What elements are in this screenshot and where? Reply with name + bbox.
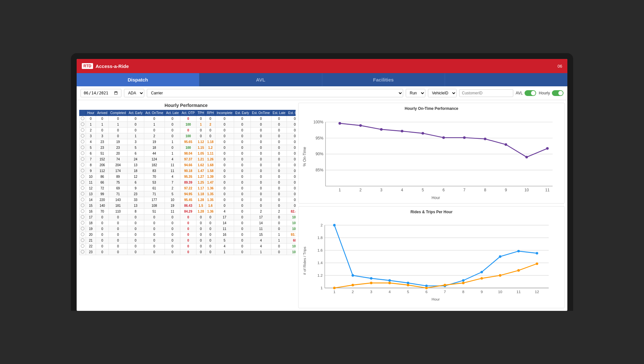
tab-extra[interactable] bbox=[445, 73, 567, 86]
table-cell: 1.21 bbox=[196, 157, 205, 162]
table-cell: 0 bbox=[196, 116, 205, 122]
table-cell: 0 bbox=[287, 116, 296, 122]
table-cell: 51 bbox=[96, 151, 109, 157]
row-radio[interactable] bbox=[80, 203, 86, 209]
row-radio[interactable] bbox=[80, 209, 86, 215]
table-cell: 0 bbox=[234, 203, 251, 209]
table-cell: 4 bbox=[165, 174, 180, 180]
table-cell: 18 bbox=[127, 168, 144, 174]
tab-dispatch[interactable]: Dispatch bbox=[77, 73, 199, 86]
svg-text:1: 1 bbox=[339, 188, 341, 192]
table-row: 22000000004040100 bbox=[80, 244, 296, 249]
table-cell: 4 bbox=[215, 209, 234, 215]
table-cell: 0 bbox=[271, 203, 287, 209]
table-cell: 95.35 bbox=[180, 174, 196, 180]
row-radio[interactable] bbox=[80, 226, 86, 232]
col-est-otp: Est. OTP bbox=[287, 110, 296, 116]
row-radio[interactable] bbox=[80, 232, 86, 238]
row-radio[interactable] bbox=[80, 162, 86, 168]
row-radio[interactable] bbox=[80, 151, 86, 157]
table-cell: 0 bbox=[234, 133, 251, 139]
row-radio[interactable] bbox=[80, 220, 86, 226]
row-radio[interactable] bbox=[80, 168, 86, 174]
table-cell: 69 bbox=[109, 186, 127, 191]
row-radio[interactable] bbox=[80, 244, 86, 249]
table-cell: 0 bbox=[96, 238, 109, 244]
table-cell: 0 bbox=[144, 238, 165, 244]
vehicle-select[interactable]: VehicleID bbox=[428, 89, 457, 97]
table-cell: 0 bbox=[234, 116, 251, 122]
row-radio[interactable] bbox=[80, 128, 86, 133]
row-radio[interactable] bbox=[80, 122, 86, 128]
avl-label: AVL bbox=[516, 91, 523, 95]
table-row: 3301201000000000 bbox=[80, 133, 296, 139]
table-cell: 0 bbox=[251, 128, 271, 133]
row-radio[interactable] bbox=[80, 116, 86, 122]
tab-facilities[interactable]: Facilities bbox=[322, 73, 445, 86]
table-cell: 1.05 bbox=[196, 151, 205, 157]
table-cell: 0 bbox=[180, 128, 196, 133]
row-radio[interactable] bbox=[80, 249, 86, 255]
svg-point-76 bbox=[352, 284, 354, 286]
table-cell: 0 bbox=[234, 122, 251, 128]
table-cell: 4 bbox=[251, 244, 271, 249]
table-cell: 0 bbox=[234, 162, 251, 168]
table-cell: 0 bbox=[287, 162, 296, 168]
svg-text:10: 10 bbox=[498, 289, 503, 293]
row-radio[interactable] bbox=[80, 133, 86, 139]
customer-input[interactable] bbox=[459, 89, 513, 97]
row-radio[interactable] bbox=[80, 157, 86, 162]
svg-text:3: 3 bbox=[380, 188, 383, 192]
app-logo: RTD Access-a-Ride bbox=[82, 63, 129, 69]
row-radio[interactable] bbox=[80, 139, 86, 145]
svg-point-29 bbox=[442, 136, 445, 139]
svg-text:8: 8 bbox=[462, 289, 465, 293]
row-radio[interactable] bbox=[80, 215, 86, 220]
row-radio[interactable] bbox=[80, 145, 86, 151]
table-cell: 71 bbox=[109, 191, 127, 197]
table-cell: 0 bbox=[271, 180, 287, 186]
row-radio[interactable] bbox=[80, 191, 86, 197]
row-radio[interactable] bbox=[80, 180, 86, 186]
table-cell: 3 bbox=[127, 139, 144, 145]
table-cell: 0 bbox=[127, 122, 144, 128]
table-cell: 0 bbox=[180, 244, 196, 249]
table-cell: 0 bbox=[165, 133, 180, 139]
table-cell: 1.27 bbox=[196, 174, 205, 180]
table-row: 1110101001200000 bbox=[80, 122, 296, 128]
table-cell: 0 bbox=[109, 116, 127, 122]
row-radio[interactable] bbox=[80, 197, 86, 203]
col-act-early: Act. Early bbox=[127, 110, 144, 116]
row-radio[interactable] bbox=[80, 174, 86, 180]
table-cell: 9 bbox=[127, 186, 144, 191]
svg-point-82 bbox=[462, 282, 465, 284]
table-cell: 0 bbox=[165, 122, 180, 128]
carrier-select[interactable]: Carrier bbox=[147, 89, 403, 97]
tab-avl[interactable]: AVL bbox=[199, 73, 322, 86]
table-cell: 83 bbox=[144, 168, 165, 174]
table-cell: 0 bbox=[287, 203, 296, 209]
hourly-toggle[interactable] bbox=[552, 90, 564, 96]
chart1-title: Hourly On-Time Performance bbox=[302, 106, 561, 111]
row-radio[interactable] bbox=[80, 186, 86, 191]
table-cell: 0 bbox=[234, 128, 251, 133]
table-cell: 181 bbox=[109, 203, 127, 209]
nav-tabs: Dispatch AVL Facilities bbox=[77, 73, 567, 86]
col-est-late: Est. Late bbox=[271, 110, 287, 116]
table-cell: 97.37 bbox=[180, 157, 196, 162]
date-input[interactable] bbox=[80, 89, 121, 97]
col-rph: RPH bbox=[205, 110, 215, 116]
svg-point-31 bbox=[484, 138, 487, 140]
avl-toggle[interactable] bbox=[525, 90, 536, 96]
table-cell: 10 bbox=[165, 197, 180, 203]
table-cell: 2 bbox=[205, 122, 215, 128]
table-cell: 23 bbox=[96, 139, 109, 145]
table-cell: 9 bbox=[86, 168, 96, 174]
service-select[interactable]: ADA bbox=[124, 89, 144, 97]
table-cell: 1.39 bbox=[205, 174, 215, 180]
run-select[interactable]: Run bbox=[406, 89, 425, 97]
table-cell: 51 bbox=[144, 209, 165, 215]
table-cell: 14 bbox=[86, 197, 96, 203]
row-radio[interactable] bbox=[80, 238, 86, 244]
table-cell: 0 bbox=[234, 238, 251, 244]
